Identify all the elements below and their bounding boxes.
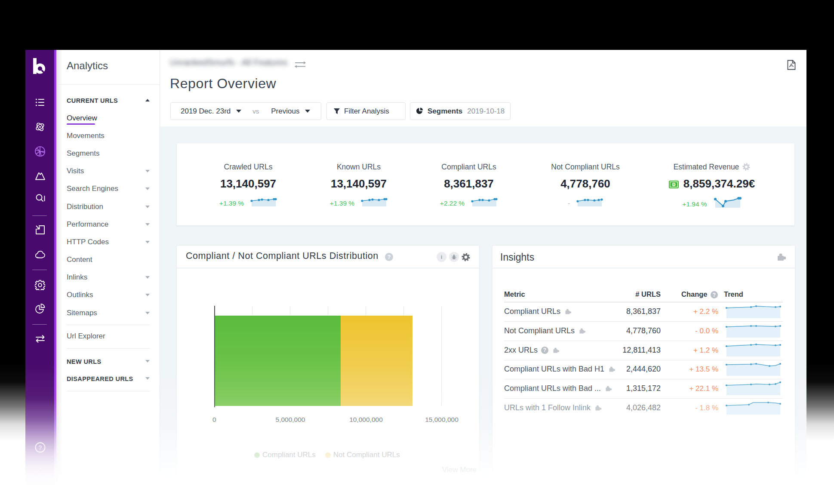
svg-text:0: 0 — [673, 183, 674, 187]
svg-text:?: ? — [39, 444, 42, 451]
